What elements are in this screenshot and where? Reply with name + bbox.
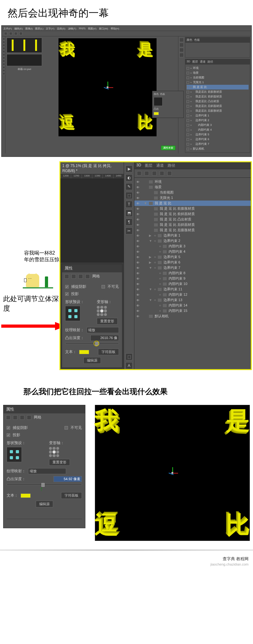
menu-image[interactable]: 图像(I)	[24, 26, 34, 31]
tool-3d[interactable]: ⬚	[126, 353, 133, 360]
extrude-depth-input[interactable]: 54.92 像素	[53, 476, 82, 482]
tool-btn[interactable]	[3, 60, 5, 62]
eye-icon[interactable]: 👁	[136, 202, 140, 205]
chk-cast-shadow[interactable]	[7, 433, 10, 437]
mesh-icon[interactable]	[65, 274, 69, 279]
panel-footer-icon[interactable]	[69, 520, 74, 525]
text-color-swatch[interactable]	[79, 350, 89, 354]
edit-source-button[interactable]: 编辑源	[36, 501, 53, 507]
props-icon[interactable]	[27, 415, 31, 420]
layer-row[interactable]: 👁我 是 逗 比 后膨胀材质	[134, 227, 251, 233]
tool-3d[interactable]: ⬒	[126, 210, 133, 217]
layer-row[interactable]: 👁▼我 是 逗 比	[134, 201, 251, 206]
layer-row[interactable]: 👁▶○边界约束 5	[134, 254, 251, 260]
deform-axis-grid[interactable]	[97, 306, 107, 316]
layer-row[interactable]: 👁○内部约束 3	[134, 244, 251, 249]
float-swatch[interactable]	[154, 112, 159, 115]
layer-row[interactable]: 👁我 是 逗 比 后斜面材质	[134, 222, 251, 227]
layer-row[interactable]: 👁○内部约束 4	[134, 249, 251, 254]
eye-icon[interactable]: 👁	[136, 207, 140, 210]
nav-thumb2[interactable]	[7, 54, 42, 66]
tab-3d[interactable]: 3D	[136, 163, 141, 168]
eye-icon[interactable]: 👁	[136, 277, 140, 280]
tool-3d[interactable]: A	[126, 362, 133, 369]
opt-icon[interactable]	[19, 32, 22, 35]
char-panel-button[interactable]: 字符面板	[61, 492, 82, 499]
layer-row[interactable]: 👁场景	[134, 184, 251, 190]
props-icon[interactable]	[85, 274, 90, 279]
opt-icon[interactable]	[14, 32, 17, 35]
filter-icon[interactable]	[160, 171, 164, 176]
render-button[interactable]: 属性本窗	[161, 146, 176, 150]
tool-btn[interactable]	[3, 47, 5, 50]
panel-icon[interactable]	[179, 48, 184, 52]
layer-row[interactable]: 👁我 是 逗 比 前膨胀材质	[134, 206, 251, 211]
3d-axis-gizmo[interactable]	[166, 467, 179, 479]
chk-capture-shadow[interactable]	[65, 285, 69, 288]
tool-btn[interactable]	[3, 66, 5, 69]
tab-paths[interactable]: 路径	[168, 163, 175, 168]
layer-row[interactable]: 👁无限光 1	[134, 195, 251, 201]
tool-3d[interactable]: ⬚	[126, 192, 133, 199]
opt-icon[interactable]	[9, 32, 12, 35]
eye-icon[interactable]: 👁	[136, 186, 140, 189]
eye-icon[interactable]: 👁	[136, 315, 140, 318]
eye-icon[interactable]: 👁	[136, 266, 140, 269]
tool-3d[interactable]: ◐	[126, 174, 133, 181]
panel-icon[interactable]	[179, 38, 184, 42]
filter-icon[interactable]	[167, 171, 172, 176]
panel-tab-layers[interactable]: 图层	[192, 60, 198, 64]
layer-row[interactable]: 👁▼○边界约束 13	[134, 297, 251, 303]
menu-window[interactable]: 窗口(W)	[98, 26, 109, 31]
layer-row[interactable]: 👁▶○边界约束 6	[134, 260, 251, 265]
panel-icon[interactable]	[179, 53, 184, 57]
layer-row[interactable]: 👁▶○边界约束 1	[134, 233, 251, 238]
filter-icon[interactable]	[145, 171, 149, 176]
eye-icon[interactable]: 👁	[136, 250, 140, 253]
layer-row[interactable]: 👁○内部约束 9	[134, 276, 251, 281]
tool-btn[interactable]	[3, 50, 5, 53]
layer-row[interactable]: 👁○内部约束 15	[134, 308, 251, 313]
eye-icon[interactable]: 👁	[136, 256, 140, 259]
char-panel-button[interactable]: 字符面板	[98, 349, 119, 355]
eye-icon[interactable]: 👁	[136, 196, 140, 200]
eye-icon[interactable]: 👁	[136, 234, 140, 237]
tool-btn[interactable]	[3, 53, 5, 56]
menu-3d[interactable]: 3D(D)	[77, 26, 87, 31]
props-icon[interactable]	[78, 274, 83, 279]
text-color-swatch[interactable]	[21, 493, 31, 498]
eye-icon[interactable]: 👁	[136, 293, 140, 296]
reset-deform-button[interactable]: 重置变形	[49, 459, 70, 466]
tool-btn[interactable]	[3, 69, 5, 72]
menu-view[interactable]: 视图(V)	[87, 26, 98, 31]
menu-layer[interactable]: 图层(L)	[34, 26, 45, 31]
eye-icon[interactable]: 👁	[136, 299, 140, 302]
eye-icon[interactable]: 👁	[136, 229, 140, 232]
tool-3d[interactable]: ▶	[126, 165, 133, 172]
menu-select[interactable]: 选择(S)	[56, 26, 67, 31]
eye-icon[interactable]: 👁	[136, 282, 140, 286]
tool-btn[interactable]	[3, 57, 5, 59]
tool-icon[interactable]	[4, 32, 7, 35]
layer-row[interactable]: 👁环境	[134, 179, 251, 184]
eye-icon[interactable]: 👁	[136, 309, 140, 313]
eye-icon[interactable]: 👁	[136, 180, 140, 183]
eye-icon[interactable]: 👁	[136, 245, 140, 248]
eye-icon[interactable]: 👁	[136, 191, 140, 194]
layer-row[interactable]: 👁当前视图	[134, 190, 251, 195]
tool-btn[interactable]	[3, 44, 5, 46]
texture-map-select[interactable]: 缩放	[87, 327, 119, 333]
chk-invisible[interactable]	[102, 285, 105, 288]
canvas-3d-result[interactable]: 我 是 逗 比	[95, 405, 250, 541]
canvas-3d-view[interactable]: 我 是 逗 比	[59, 38, 157, 136]
panel-tab-channels[interactable]: 通道	[200, 60, 206, 64]
layer-row[interactable]: 👁▼○边界约束 7	[134, 265, 251, 270]
edit-source-button[interactable]: 编辑源	[83, 357, 101, 364]
extrude-depth-slider[interactable]	[65, 343, 119, 344]
shape-preset-dropdown[interactable]	[7, 447, 22, 462]
props-icon[interactable]	[13, 415, 17, 420]
extrude-depth-input[interactable]: 2610.76 像	[90, 335, 119, 341]
chk-invisible[interactable]	[65, 426, 68, 430]
props-icon[interactable]	[71, 274, 76, 279]
layer-list-small[interactable]: 环境 场景 当前视图 无限光 1 我 是 逗 比 我是逗比 前膨胀材质 我是逗比…	[185, 65, 250, 152]
